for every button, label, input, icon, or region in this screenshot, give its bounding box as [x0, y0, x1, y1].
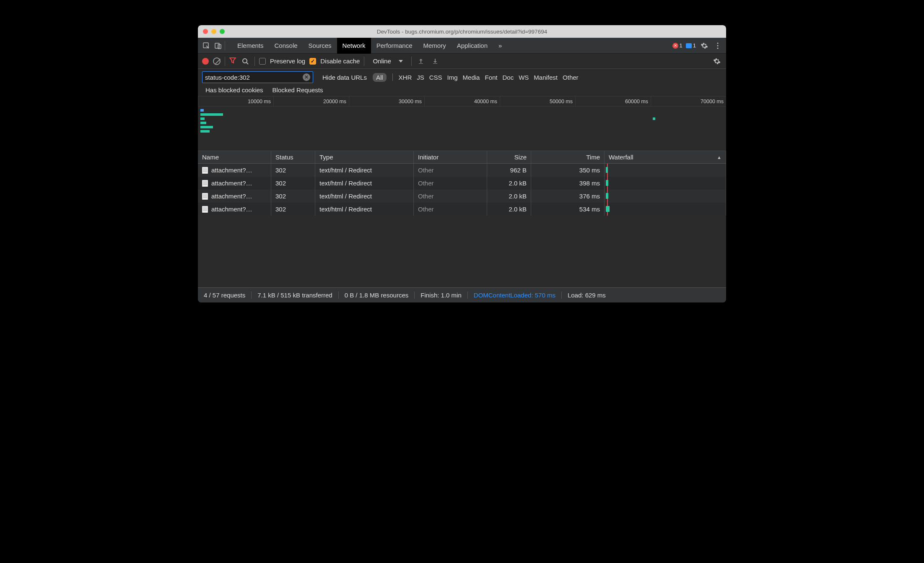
col-header-type[interactable]: Type — [315, 151, 414, 163]
timeline-overview[interactable]: 10000 ms 20000 ms 30000 ms 40000 ms 5000… — [198, 96, 726, 151]
col-header-size[interactable]: Size — [487, 151, 531, 163]
timeline-tick: 40000 ms — [424, 96, 500, 106]
error-badge[interactable]: ✕ 1 — [672, 42, 683, 49]
filter-icon[interactable] — [229, 57, 236, 65]
throttling-select[interactable]: Online — [369, 57, 407, 65]
hide-data-urls-label: Hide data URLs — [322, 74, 367, 81]
filter-bar: ✕ Hide data URLs All XHR JS CSS Img Medi… — [198, 69, 726, 96]
main-tabs-row: Elements Console Sources Network Perform… — [198, 38, 726, 54]
cell-initiator: Other — [414, 177, 487, 190]
type-filter-js[interactable]: JS — [417, 74, 424, 81]
clear-filter-icon[interactable]: ✕ — [303, 73, 310, 81]
cell-size: 2.0 kB — [487, 190, 531, 203]
col-header-waterfall-label: Waterfall — [609, 154, 633, 161]
upload-har-icon[interactable] — [416, 56, 426, 66]
traffic-lights — [198, 29, 225, 34]
info-badge[interactable]: 1 — [686, 42, 696, 49]
col-header-initiator[interactable]: Initiator — [414, 151, 487, 163]
error-icon: ✕ — [672, 43, 678, 49]
inspect-icon[interactable] — [201, 41, 211, 51]
type-filter-other[interactable]: Other — [563, 74, 579, 81]
panel-settings-icon[interactable] — [712, 56, 722, 66]
close-window-button[interactable] — [203, 29, 208, 34]
tab-elements[interactable]: Elements — [232, 38, 269, 54]
timeline-tick: 30000 ms — [349, 96, 424, 106]
file-icon — [202, 167, 208, 174]
separator — [411, 57, 412, 66]
type-filter-all[interactable]: All — [373, 73, 387, 82]
cell-status: 302 — [271, 203, 315, 216]
cell-initiator: Other — [414, 203, 487, 216]
window-titlebar: DevTools - bugs.chromium.org/p/chromium/… — [198, 25, 726, 38]
search-icon[interactable] — [240, 56, 250, 66]
cell-type: text/html / Redirect — [315, 177, 414, 190]
col-header-status[interactable]: Status — [271, 151, 315, 163]
cell-waterfall — [605, 177, 726, 190]
svg-point-3 — [717, 42, 718, 44]
minimize-window-button[interactable] — [211, 29, 216, 34]
type-filter-img[interactable]: Img — [447, 74, 458, 81]
record-button[interactable] — [202, 58, 209, 65]
kebab-menu-icon[interactable] — [713, 41, 723, 51]
table-row[interactable]: attachment?… 302 text/html / Redirect Ot… — [198, 190, 726, 203]
table-row[interactable]: attachment?… 302 text/html / Redirect Ot… — [198, 164, 726, 177]
chevron-down-icon — [399, 60, 403, 63]
cell-waterfall — [605, 164, 726, 177]
download-har-icon[interactable] — [430, 56, 440, 66]
type-filter-manifest[interactable]: Manifest — [534, 74, 558, 81]
timeline-bars — [200, 109, 223, 133]
preserve-log-checkbox[interactable] — [259, 58, 266, 65]
info-icon — [686, 43, 692, 48]
filter-input[interactable] — [205, 74, 300, 81]
separator — [225, 41, 225, 50]
type-filter-css[interactable]: CSS — [429, 74, 442, 81]
timeline-tick: 70000 ms — [651, 96, 726, 106]
table-row[interactable]: attachment?… 302 text/html / Redirect Ot… — [198, 177, 726, 190]
tab-console[interactable]: Console — [269, 38, 303, 54]
window-title: DevTools - bugs.chromium.org/p/chromium/… — [198, 29, 726, 35]
timeline-tick: 20000 ms — [273, 96, 349, 106]
cell-waterfall — [605, 203, 726, 216]
cell-time: 350 ms — [531, 164, 605, 177]
svg-point-6 — [243, 59, 247, 63]
cell-type: text/html / Redirect — [315, 164, 414, 177]
cell-size: 2.0 kB — [487, 203, 531, 216]
disable-cache-label: Disable cache — [320, 57, 360, 65]
separator — [225, 57, 225, 66]
svg-point-5 — [717, 47, 718, 49]
table-row[interactable]: attachment?… 302 text/html / Redirect Ot… — [198, 203, 726, 216]
file-icon — [202, 193, 208, 200]
col-header-waterfall[interactable]: Waterfall ▲ — [605, 151, 726, 163]
tab-network[interactable]: Network — [337, 38, 371, 54]
resource-type-filters: All XHR JS CSS Img Media Font Doc WS Man… — [373, 73, 579, 82]
tab-sources[interactable]: Sources — [303, 38, 337, 54]
network-table-body: attachment?… 302 text/html / Redirect Ot… — [198, 164, 726, 287]
cell-size: 2.0 kB — [487, 177, 531, 190]
status-domcontentloaded: DOMContentLoaded: 570 ms — [468, 292, 562, 299]
tab-memory[interactable]: Memory — [418, 38, 452, 54]
clear-button[interactable] — [213, 57, 221, 65]
col-header-name[interactable]: Name — [198, 151, 271, 163]
col-header-time[interactable]: Time — [531, 151, 605, 163]
device-toggle-icon[interactable] — [213, 41, 223, 51]
cell-status: 302 — [271, 164, 315, 177]
timeline-tick: 50000 ms — [500, 96, 575, 106]
tabs-overflow-button[interactable]: » — [493, 38, 507, 54]
network-table-header: Name Status Type Initiator Size Time Wat… — [198, 151, 726, 164]
type-filter-xhr[interactable]: XHR — [399, 74, 412, 81]
type-filter-doc[interactable]: Doc — [502, 74, 514, 81]
tab-performance[interactable]: Performance — [371, 38, 418, 54]
status-resources: 0 B / 1.8 MB resources — [339, 292, 415, 299]
tab-application[interactable]: Application — [452, 38, 493, 54]
zoom-window-button[interactable] — [220, 29, 225, 34]
type-filter-ws[interactable]: WS — [519, 74, 529, 81]
type-filter-font[interactable]: Font — [485, 74, 497, 81]
disable-cache-checkbox[interactable]: ✓ — [309, 58, 316, 65]
type-filter-media[interactable]: Media — [463, 74, 480, 81]
preserve-log-label: Preserve log — [270, 57, 305, 65]
settings-icon[interactable] — [699, 41, 709, 51]
throttling-value: Online — [373, 57, 391, 65]
cell-name: attachment?… — [211, 193, 252, 200]
cell-name: attachment?… — [211, 206, 252, 213]
panel-tabs: Elements Console Sources Network Perform… — [232, 38, 507, 54]
